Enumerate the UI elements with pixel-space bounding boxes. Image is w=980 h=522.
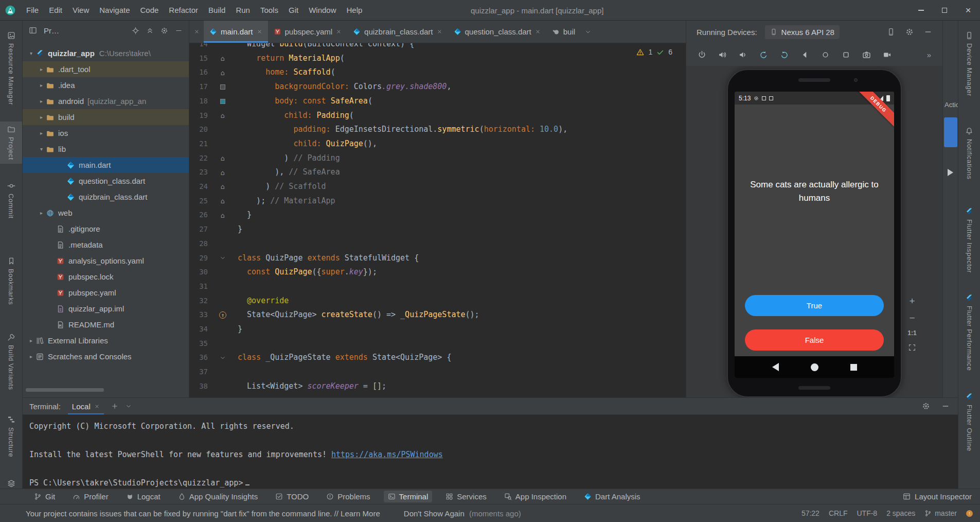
editor-tab-main-dart[interactable]: main.dart (204, 21, 268, 43)
tree-item-root[interactable]: ▾quizzlar_appC:\Users\takre\ (23, 45, 189, 61)
horizontal-scrollbar[interactable] (26, 388, 104, 392)
zoom-to-fit-icon[interactable] (908, 343, 916, 352)
project-view-selector[interactable]: Pr… (44, 26, 59, 35)
select-opened-file-button[interactable] (132, 27, 139, 34)
tree-item-pubspec-yaml[interactable]: pubspec.yaml (23, 285, 189, 301)
toolwindow-button-build-variants[interactable]: Build Variants (0, 329, 22, 394)
true-button[interactable]: True (745, 295, 884, 316)
maximize-button[interactable] (933, 0, 956, 21)
tree-item-analysis-options-yaml[interactable]: analysis_options.yaml (23, 253, 189, 269)
menu-item-window[interactable]: Window (304, 0, 341, 20)
tree-item-lib[interactable]: ▾lib (23, 141, 189, 157)
new-terminal-session-button[interactable] (111, 403, 118, 410)
power-icon[interactable] (698, 50, 706, 59)
rotate-left-icon[interactable] (759, 50, 768, 59)
color-swatch-icon[interactable] (220, 99, 225, 104)
nav-back-button[interactable] (772, 363, 779, 371)
chevron-right-icon[interactable]: ▸ (37, 130, 46, 136)
play-icon[interactable] (948, 169, 953, 176)
screenshot-icon[interactable] (862, 50, 871, 59)
tree-item-readme-md[interactable]: README.md (23, 317, 189, 333)
rotate-right-icon[interactable] (780, 50, 789, 59)
panel-options-button[interactable] (161, 27, 168, 34)
chevron-right-icon[interactable]: ▸ (27, 338, 35, 343)
menu-item-code[interactable]: Code (135, 0, 164, 20)
hide-panel-button[interactable] (175, 27, 183, 34)
toolwindow-button-commit[interactable]: Commit (0, 178, 22, 222)
toolwindow-button-notifications[interactable]: Notifications (958, 124, 980, 183)
tree-item-main-dart[interactable]: main.dart (23, 157, 189, 173)
hide-terminal-icon[interactable] (941, 402, 950, 410)
tree-item-quizbrain-class-dart[interactable]: quizbrain_class.dart (23, 189, 189, 205)
minimize-button[interactable] (909, 0, 933, 21)
toolwindow-button-bookmarks[interactable]: Bookmarks (0, 253, 22, 308)
override-marker-icon[interactable]: ↑ (219, 311, 226, 319)
collapse-all-button[interactable] (146, 27, 154, 34)
toolwindow-button-dart-analysis[interactable]: Dart Analysis (580, 491, 645, 502)
screen-record-icon[interactable] (883, 50, 892, 59)
hide-devices-panel-icon[interactable] (924, 28, 932, 36)
indent-style[interactable]: 2 spaces (886, 509, 915, 517)
menu-item-build[interactable]: Build (203, 0, 230, 20)
terminal-settings-icon[interactable] (922, 402, 930, 410)
volume-down-icon[interactable] (739, 50, 747, 59)
volume-up-icon[interactable] (718, 50, 727, 59)
device-window-icon[interactable] (887, 28, 895, 36)
tree-item-scratches-and-consoles[interactable]: ▸Scratches and Consoles (23, 349, 189, 364)
selected-tool-highlight[interactable] (944, 117, 957, 147)
menu-item-run[interactable]: Run (230, 0, 255, 20)
toolwindow-button-todo[interactable]: TODO (271, 491, 313, 502)
zoom-actual-size-button[interactable]: 1:1 (907, 330, 916, 336)
line-separator[interactable]: CRLF (829, 509, 848, 517)
overview-icon[interactable] (842, 50, 850, 59)
tree-item-metadata[interactable]: .metadata (23, 237, 189, 253)
editor-tab-quizbrain-class-dart[interactable]: quizbrain_class.dart (347, 21, 448, 43)
tree-item-question-class-dart[interactable]: question_class.dart (23, 173, 189, 189)
git-branch-widget[interactable]: master (924, 509, 957, 517)
toolwindow-button-app-inspection[interactable]: App Inspection (500, 491, 571, 502)
terminal-dropdown-icon[interactable] (126, 403, 132, 409)
menu-item-edit[interactable]: Edit (44, 0, 67, 20)
zoom-out-button[interactable]: − (909, 313, 915, 323)
editor-tab-pubspec-yaml[interactable]: pubspec.yaml (268, 21, 348, 43)
nav-overview-button[interactable] (850, 364, 857, 371)
toolwindow-button-project[interactable]: Project (0, 121, 22, 164)
menu-item-file[interactable]: File (21, 0, 44, 20)
chevron-right-icon[interactable]: ▸ (37, 66, 46, 72)
tree-item-idea[interactable]: ▸.idea (23, 77, 189, 93)
menu-item-help[interactable]: Help (342, 0, 368, 20)
nav-home-button[interactable] (811, 363, 818, 371)
zoom-in-button[interactable]: + (909, 296, 915, 306)
chevron-down-icon[interactable]: ▾ (27, 50, 35, 56)
tree-item-android[interactable]: ▸android[quizzlar_app_an (23, 93, 189, 109)
code-area[interactable]: 14 Widget build(BuildContext context) {1… (189, 43, 686, 397)
chevron-right-icon[interactable]: ▸ (37, 82, 46, 88)
terminal-link[interactable]: https://aka.ms/PSWindows (331, 450, 443, 459)
close-tab-icon[interactable] (257, 29, 262, 34)
chevron-down-icon[interactable]: ▾ (37, 146, 46, 152)
notification-message[interactable]: Your project contains issues that can be… (26, 509, 380, 518)
terminal-tab-local[interactable]: Local (68, 398, 104, 414)
toolwindow-button-app-quality-insights[interactable]: App Quality Insights (174, 491, 262, 502)
tree-item-web[interactable]: ▸web (23, 205, 189, 221)
tab-strip-close-button[interactable] (189, 21, 204, 43)
toolwindow-button-flutter-outline[interactable]: Flutter Outline (958, 389, 980, 455)
tree-item-pubspec-lock[interactable]: pubspec.lock (23, 269, 189, 285)
tree-item-build[interactable]: ▸build (23, 109, 189, 125)
tree-item-quizzlar-app-iml[interactable]: quizzlar_app.iml (23, 301, 189, 317)
color-swatch-icon[interactable] (220, 84, 225, 90)
close-terminal-tab-icon[interactable] (94, 404, 100, 409)
close-button[interactable]: × (956, 0, 980, 21)
close-tab-icon[interactable] (535, 29, 541, 34)
layout-inspector-button[interactable]: Layout Inspector (903, 492, 972, 501)
toolwindow-button-profiler[interactable]: Profiler (68, 491, 113, 502)
tree-item-gitignore[interactable]: .gitignore (23, 221, 189, 237)
back-icon[interactable] (800, 50, 809, 59)
close-tab-icon[interactable] (437, 29, 442, 34)
toolwindow-button-services[interactable]: Services (441, 491, 491, 502)
toolwindow-button-resource-manager[interactable]: Resource Manager (0, 28, 22, 109)
tree-item-dart-tool[interactable]: ▸.dart_tool (23, 61, 189, 77)
menu-item-refactor[interactable]: Refactor (164, 0, 203, 20)
emulator-screen[interactable]: 5:13 DEBUG Some cats are actually allerg… (735, 92, 894, 378)
toolwindow-button-structure[interactable]: Structure (0, 412, 22, 461)
